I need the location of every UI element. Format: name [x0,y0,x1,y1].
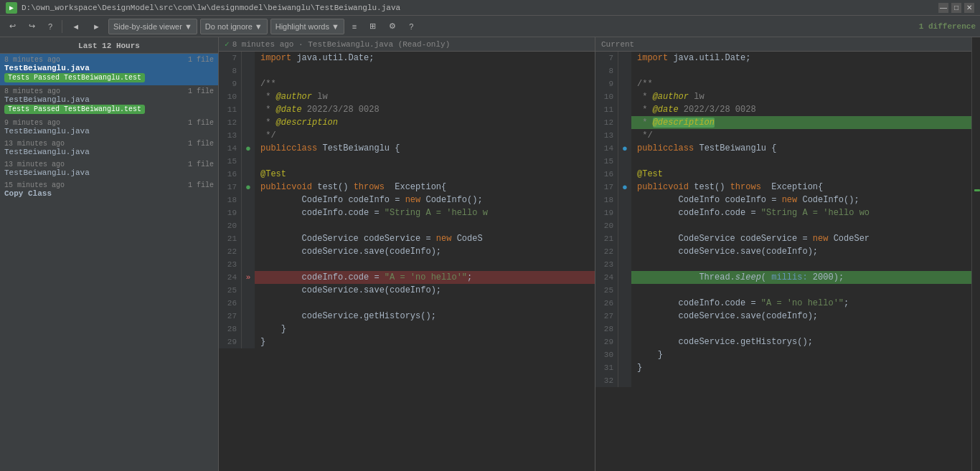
sidebar-timestamp-3: 9 minutes ago [4,119,60,127]
right-code-view[interactable]: 7 import java.util.Date; 8 9 /** [595,52,971,471]
help2-icon: ? [409,22,413,31]
sidebar-item-6[interactable]: 15 minutes ago 1 file Copy Class [0,179,218,200]
main-layout: Last 12 Hours 8 minutes ago 1 file TestB… [0,37,980,471]
checkmark-icon: ✓ [225,39,230,49]
sidebar-badge-1: Tests Passed TestBeiwanglu.test [4,73,145,82]
table-row: 23 [219,258,595,271]
nav-next-button[interactable]: ► [88,19,105,34]
table-row: 26 codeInfo.code = "A = 'no hello'"; [595,297,971,310]
diff-change-right-icon: ● [622,182,628,193]
sidebar-badge-2: Tests Passed TestBeiwanglu.test [4,105,145,114]
table-row: 22 codeService.save(codeInfo); [219,245,595,258]
help-button[interactable]: ? [43,19,57,34]
highlight-label: Highlight words [275,22,329,31]
table-row: 11 * @date 2022/3/28 0028 [219,103,595,116]
sidebar-item-3[interactable]: 9 minutes ago 1 file TestBeiwanglu.java [0,117,218,138]
difference-badge: 1 difference [919,22,976,31]
sidebar-filename-3: TestBeiwanglu.java [4,127,214,135]
layout-button[interactable]: ⊞ [364,19,381,34]
table-row: 13 */ [219,129,595,142]
sidebar-filecount-4: 1 file [188,140,214,148]
maximize-button[interactable]: □ [951,3,961,13]
table-row: 7 import java.util.Date; [219,52,595,65]
table-row: 20 [219,219,595,232]
table-row: 10 * @author lw [595,90,971,103]
table-row: 12 * @description [219,116,595,129]
right-panel-title: Current [601,40,634,49]
right-panel[interactable]: Current 7 import java.util.Date; 8 [595,37,971,471]
diff-arrow-right-icon: ● [622,143,628,154]
title-bar: ▶ D:\own_workspace\DesignModel\src\com\l… [0,0,980,16]
table-row: 30 } [595,348,971,361]
table-row: 32 [595,374,971,387]
table-row: 15 [219,155,595,168]
toolbar-separator [62,20,62,33]
table-row: 14 ● public class TestBeiwanglu { [595,142,971,155]
left-code-view[interactable]: 7 import java.util.Date; 8 9 /** [219,52,595,471]
table-row: 10 * @author lw [219,90,595,103]
table-row: 19 codeInfo.code = "String A = 'hello w [219,206,595,219]
close-button[interactable]: ✕ [964,3,974,13]
help-icon: ? [48,22,52,31]
table-row: 13 */ [595,129,971,142]
table-row: 8 [219,65,595,77]
minimap[interactable] [971,37,980,471]
sidebar-filename-5: TestBeiwanglu.java [4,168,214,177]
arrow-left-icon: ◄ [72,22,80,31]
sidebar-timestamp-1: 8 minutes ago [4,56,60,64]
diff-change-icon: ● [245,182,251,193]
eq-button[interactable]: ≡ [347,19,362,34]
window-controls[interactable]: — □ ✕ [938,3,974,13]
help2-button[interactable]: ? [404,19,418,34]
sidebar-filename-4: TestBeiwanglu.java [4,148,214,156]
sidebar-item-5[interactable]: 13 minutes ago 1 file TestBeiwanglu.java [0,158,218,179]
table-row: 23 [595,258,971,271]
sidebar-item-2[interactable]: 8 minutes ago 1 file TestBeiwanglu.java … [0,85,218,117]
table-row: 27 codeService.save(codeInfo); [595,310,971,323]
sidebar-filename-6: Copy Class [4,189,214,198]
table-row: 9 /** [595,77,971,90]
sidebar-filecount-1: 1 file [188,56,214,64]
table-row: 25 codeService.save(codeInfo); [219,284,595,297]
table-row: 19 codeInfo.code = "String A = 'hello wo [595,206,971,219]
arrow-right-icon: ► [93,22,100,31]
sidebar-timestamp-6: 15 minutes ago [4,181,65,189]
table-row: 22 codeService.save(codeInfo); [595,245,971,258]
table-row: 28 [595,323,971,336]
ignore-dropdown[interactable]: Do not ignore ▼ [200,19,268,34]
toolbar: ↩ ↪ ? ◄ ► Side-by-side viewer ▼ Do not i… [0,16,980,37]
table-row: 18 CodeInfo codeInfo = new CodeInfo(); [595,194,971,206]
undo-button[interactable]: ↩ [4,19,21,34]
table-row: 17 ● public void test() throws Exception… [595,181,971,194]
table-row: 31 } [595,361,971,374]
table-row: 14 ● public class TestBeiwanglu { [219,142,595,155]
chevron-down-icon3: ▼ [331,22,339,31]
eq-icon: ≡ [352,22,357,31]
table-row: 17 ● public void test() throws Exception… [219,181,595,194]
redo-icon: ↪ [29,22,35,31]
table-row: 18 CodeInfo codeInfo = new CodeInfo(); [219,194,595,206]
left-panel-header: ✓ 8 minutes ago · TestBeiwanglu.java (Re… [219,37,595,52]
left-panel[interactable]: ✓ 8 minutes ago · TestBeiwanglu.java (Re… [219,37,595,471]
nav-prev-button[interactable]: ◄ [67,19,85,34]
sidebar[interactable]: Last 12 Hours 8 minutes ago 1 file TestB… [0,37,219,471]
table-row: 25 [595,284,971,297]
viewer-dropdown[interactable]: Side-by-side viewer ▼ [108,19,197,34]
table-row: 24 Thread.sleep( millis: 2000); [595,271,971,284]
table-row: 7 import java.util.Date; [595,52,971,65]
chevron-down-icon: ▼ [184,22,192,31]
redo-button[interactable]: ↪ [24,19,40,34]
sidebar-filecount-3: 1 file [188,119,214,127]
minimize-button[interactable]: — [938,3,948,13]
sidebar-timestamp-5: 13 minutes ago [4,161,65,168]
sidebar-filecount-2: 1 file [188,87,214,95]
ignore-label: Do not ignore [205,22,253,31]
sidebar-item-4[interactable]: 13 minutes ago 1 file TestBeiwanglu.java [0,138,218,158]
sidebar-timestamp-4: 13 minutes ago [4,140,65,148]
diff-area: ✓ 8 minutes ago · TestBeiwanglu.java (Re… [219,37,980,471]
sidebar-item-1[interactable]: 8 minutes ago 1 file TestBeiwanglu.java … [0,54,218,85]
table-row: 29 codeService.getHistorys(); [595,336,971,348]
highlight-dropdown[interactable]: Highlight words ▼ [270,19,344,34]
settings-button[interactable]: ⚙ [384,19,401,34]
sidebar-header: Last 12 Hours [0,37,218,54]
